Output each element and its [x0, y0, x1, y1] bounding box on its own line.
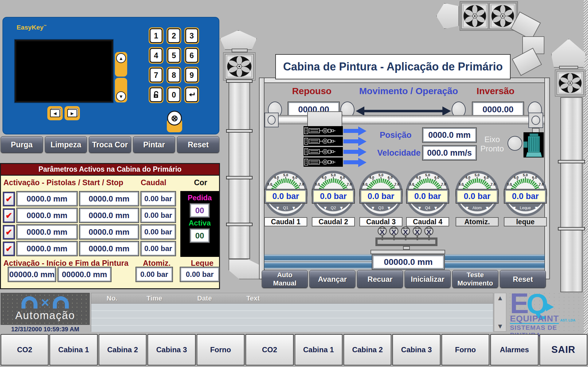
- booth-button-recuar[interactable]: Recuar: [357, 270, 403, 288]
- position-value: 0000.0 mm: [423, 128, 476, 142]
- console-button-troca-cor[interactable]: Troca Cor: [89, 136, 131, 153]
- spray-gun-3-icon: [304, 147, 343, 156]
- gun-stop-field[interactable]: 0000.0 mm: [80, 225, 139, 239]
- paint-section-label: Activação - Início e Fim da Pintura: [3, 259, 128, 268]
- gauge-value: 0.0 bar: [312, 189, 354, 203]
- digit-key-7[interactable]: 7: [149, 67, 163, 83]
- gun-row-2: ✔0000.0 mm0000.0 mm0.00 bar: [1, 208, 181, 223]
- numeric-keypad: 1234567890: [149, 27, 201, 103]
- booth-title: Cabina de Pintura - Aplicação de Primári…: [275, 54, 511, 79]
- triangle-down-icon[interactable]: ▼: [417, 205, 422, 210]
- nav-button-co2-1[interactable]: CO2: [1, 334, 49, 365]
- atomiz-column-label: Atomiz.: [143, 259, 171, 268]
- nav-button-cabina-2-8[interactable]: Cabina 2: [343, 334, 391, 365]
- scroll-up-arrow-icon[interactable]: ▲: [497, 295, 504, 301]
- nav-button-cabina-1-7[interactable]: Cabina 1: [295, 334, 343, 365]
- nav-button-cabina-2-3[interactable]: Cabina 2: [99, 334, 147, 365]
- digit-key-3[interactable]: 3: [184, 27, 199, 44]
- booth-button-inicializar[interactable]: Inicializar: [405, 270, 451, 288]
- triangle-down-icon[interactable]: ▼: [292, 205, 296, 210]
- scroll-down-arrow-icon[interactable]: ▼: [497, 323, 504, 329]
- triangle-down-icon[interactable]: ▼: [512, 205, 517, 210]
- gun-stop-field[interactable]: 0000.0 mm: [80, 192, 139, 206]
- triangle-down-icon[interactable]: ▼: [339, 205, 344, 210]
- exhaust-fan-left-icon: [223, 52, 256, 81]
- triangle-down-icon[interactable]: ▼: [323, 205, 327, 210]
- cancel-button[interactable]: ⊗: [167, 111, 182, 133]
- enter-key[interactable]: [184, 86, 199, 103]
- gun-start-field[interactable]: 0000.0 mm: [17, 208, 77, 222]
- gun-enable-checkbox[interactable]: ✔: [3, 225, 14, 239]
- alarm-list-body[interactable]: [91, 304, 493, 332]
- triangle-down-icon[interactable]: ▼: [370, 205, 375, 210]
- nav-button-alarmes-11[interactable]: Alarmes: [490, 334, 538, 365]
- booth-button-avanar[interactable]: Avançar: [309, 270, 355, 288]
- digit-key-6[interactable]: 6: [184, 47, 199, 64]
- console-button-purga[interactable]: Purga: [1, 136, 43, 153]
- gun-caudal-field[interactable]: 0.00 bar: [141, 192, 175, 206]
- triangle-down-icon[interactable]: ▼: [465, 205, 469, 210]
- guns-section-label: Activação - Pistolas / Start / Stop: [3, 178, 123, 187]
- digit-key-8[interactable]: 8: [167, 67, 181, 83]
- fan-unit-pair: [460, 1, 518, 31]
- gauge-caudal-1: 2.03.04.05.06.07.08.00.0 bar▼Q1▼Caudal 1: [264, 170, 308, 227]
- parameters-panel: Parâmetros Activos na Cabina do Primário…: [0, 163, 220, 289]
- gun-caudal-field[interactable]: 0.00 bar: [141, 225, 175, 239]
- gun-enable-checkbox[interactable]: ✔: [3, 209, 14, 222]
- manifold-bar: [370, 250, 445, 254]
- cor-column-label: Cor: [185, 178, 216, 187]
- gun-start-field[interactable]: 0000.0 mm: [17, 225, 77, 239]
- digit-key-2[interactable]: 2: [167, 27, 181, 44]
- gun-enable-checkbox[interactable]: ✔: [3, 192, 14, 206]
- spray-arrow-icon: [343, 150, 359, 154]
- triangle-down-icon[interactable]: ▼: [433, 205, 438, 210]
- gun-start-field[interactable]: 0000.0 mm: [17, 241, 77, 256]
- scroll-up-button[interactable]: ▲: [115, 52, 127, 77]
- atomiz-pressure-field[interactable]: 0.00 bar: [136, 267, 172, 281]
- paint-end-field[interactable]: 00000.0 mm: [58, 267, 111, 281]
- booth-button-reset[interactable]: Reset: [500, 270, 546, 288]
- gun-caudal-field[interactable]: 0.00 bar: [141, 241, 175, 256]
- leque-pressure-field[interactable]: 0.00 bar: [180, 267, 219, 281]
- digit-key-9[interactable]: 9: [184, 67, 199, 83]
- gun-stop-field[interactable]: 0000.0 mm: [80, 241, 139, 256]
- inversao-position-field[interactable]: 0000.00: [472, 102, 523, 117]
- gun-enable-checkbox[interactable]: ✔: [3, 242, 14, 256]
- console-button-pintar[interactable]: Pintar: [133, 136, 175, 153]
- spray-gun-2-icon: [304, 137, 343, 146]
- gauge-range-band: ▼Q3▼: [363, 204, 399, 212]
- scroll-down-button[interactable]: ▼: [115, 78, 127, 102]
- gauge-value: 0.0 bar: [456, 189, 498, 203]
- gun-start-field[interactable]: 0000.0 mm: [17, 192, 77, 206]
- duct-collar-left: [232, 49, 248, 52]
- triangle-down-icon[interactable]: ▼: [387, 205, 391, 210]
- page-previous-button[interactable]: ◀: [47, 106, 63, 120]
- requested-color-value[interactable]: 00: [190, 204, 209, 217]
- svg-text:5.0: 5.0: [475, 173, 480, 177]
- digit-key-0[interactable]: 0: [167, 86, 181, 103]
- digit-key-4[interactable]: 4: [149, 47, 163, 64]
- nav-button-forno-5[interactable]: Forno: [197, 334, 245, 365]
- gun-stop-field[interactable]: 0000.0 mm: [80, 208, 139, 222]
- triangle-down-icon[interactable]: ▼: [534, 205, 539, 210]
- gun-caudal-field[interactable]: 0.00 bar: [141, 208, 175, 222]
- triangle-down-icon[interactable]: ▼: [485, 205, 489, 210]
- gauge-tag: Q2: [331, 205, 336, 210]
- triangle-down-icon[interactable]: ▼: [275, 205, 280, 210]
- digit-key-1[interactable]: 1: [149, 27, 163, 44]
- nav-button-co2-6[interactable]: CO2: [245, 334, 293, 365]
- page-next-button[interactable]: ▶: [65, 106, 80, 120]
- booth-button-teste-movimento[interactable]: TesteMovimento: [452, 270, 498, 288]
- nav-button-forno-10[interactable]: Forno: [441, 334, 489, 365]
- nav-button-cabina-3-4[interactable]: Cabina 3: [147, 334, 195, 365]
- booth-button-auto-manual[interactable]: AutoManual: [262, 270, 308, 288]
- digit-key-5[interactable]: 5: [167, 47, 181, 64]
- console-button-limpeza[interactable]: Limpeza: [45, 136, 87, 153]
- nav-button-cabina-3-9[interactable]: Cabina 3: [392, 334, 440, 365]
- nav-button-sair-12[interactable]: SAIR: [539, 334, 587, 365]
- console-button-reset[interactable]: Reset: [177, 136, 219, 153]
- svg-text:7.0: 7.0: [441, 182, 446, 186]
- nav-button-cabina-1-2[interactable]: Cabina 1: [49, 334, 97, 365]
- lock-key[interactable]: [149, 86, 163, 103]
- paint-start-field[interactable]: 00000.0 mm: [8, 267, 56, 281]
